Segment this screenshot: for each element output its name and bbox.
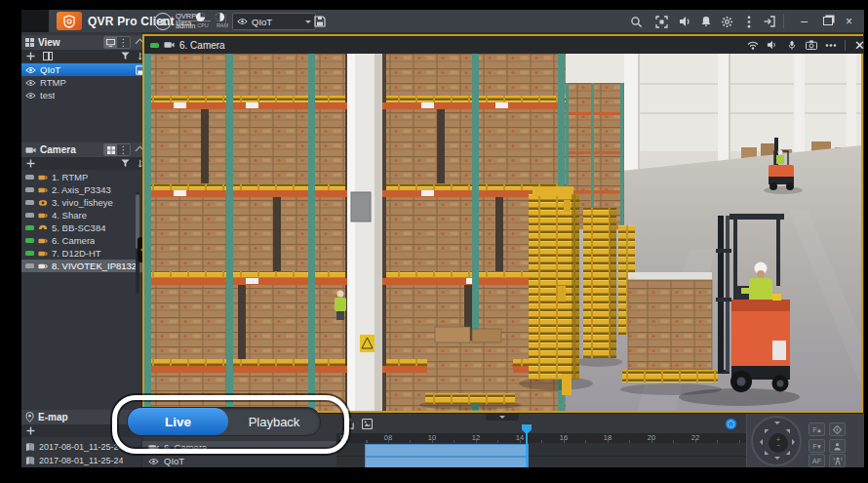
timeline[interactable]: 06 08 10 12 14 16 18 20 22 — [336, 414, 746, 467]
camera-view-title: 6. Camera — [179, 40, 740, 51]
camera-status-badge — [25, 263, 34, 268]
camera-item-2[interactable]: 2. Axis_P3343 — [21, 183, 149, 196]
camera-item-4[interactable]: 4. Share — [21, 209, 149, 221]
privacy-person-button[interactable] — [829, 439, 846, 453]
qnap-qvr-logo-icon — [57, 12, 82, 30]
live-tab[interactable]: Live — [128, 408, 228, 435]
camera-mode-segmented-control: ⋮ — [103, 143, 131, 156]
settings-button[interactable] — [719, 14, 734, 29]
pan-up-arrow[interactable] — [774, 422, 780, 427]
camera-item-5[interactable]: 5. BB-SC384 — [21, 221, 149, 234]
tick-label: 08 — [384, 433, 392, 442]
pan-down-right-arrow[interactable] — [786, 451, 794, 459]
camera-stream-warehouse — [144, 54, 861, 411]
view-item-rtmp[interactable]: RTMP — [21, 76, 149, 89]
titlebar-separator — [225, 14, 226, 28]
view-toolbar — [21, 50, 151, 62]
pan-down-left-arrow[interactable] — [761, 451, 769, 459]
camera-status-badge — [25, 213, 34, 218]
more-icon[interactable] — [823, 38, 838, 52]
microphone-icon[interactable] — [784, 38, 799, 52]
ptz-controls: +− F▴ F▾ AF — [746, 414, 864, 467]
view-more-button[interactable]: ⋮ — [117, 37, 130, 48]
add-emap-button[interactable] — [26, 426, 35, 435]
camera-view-header: 6. Camera ✕ — [144, 36, 864, 54]
search-button[interactable] — [628, 14, 644, 29]
view-display-mode-button[interactable] — [104, 37, 117, 48]
view-section-header[interactable]: View ⋮ — [21, 35, 149, 50]
cpu-pie-icon — [195, 12, 206, 22]
timeline-track-camera[interactable] — [336, 443, 746, 457]
camera-item-3[interactable]: 3. vivo_fisheye — [21, 196, 149, 209]
pan-right-arrow[interactable] — [792, 439, 798, 445]
cpu-meter[interactable]: CPU — [195, 12, 211, 31]
auto-focus-button[interactable]: AF — [809, 454, 825, 467]
ptz-joystick[interactable]: +− — [751, 416, 802, 466]
live-playback-toggle: Live Playback — [127, 407, 321, 436]
header-separator — [845, 40, 846, 51]
snapshot-icon[interactable] — [804, 38, 818, 52]
add-view-button[interactable] — [26, 52, 35, 60]
emap-item-2[interactable]: 2017-08-01_11-25-24 — [21, 454, 149, 466]
ram-meter[interactable]: RAM — [215, 12, 230, 31]
camera-grid-button[interactable] — [104, 144, 117, 155]
add-camera-button[interactable] — [26, 159, 35, 168]
stream-quality-icon[interactable] — [745, 38, 760, 52]
recording-segment[interactable] — [365, 457, 529, 467]
view-item-qiot[interactable]: QIoT — [21, 63, 149, 76]
snapshot-frame-icon[interactable] — [362, 419, 373, 429]
tick-label: 12 — [472, 433, 480, 442]
titlebar: QVR Pro Client Beta QVRPro admin CPU RAM… — [21, 10, 864, 32]
playback-tab[interactable]: Playback — [228, 408, 320, 435]
source-row-view[interactable]: QIoT — [142, 455, 348, 467]
alarm-button[interactable] — [698, 14, 714, 29]
camera-item-7[interactable]: 7. D12D-HT — [21, 247, 149, 260]
camera-status-badge — [25, 200, 34, 205]
auto-tracking-button[interactable] — [829, 454, 846, 467]
timeline-tracks[interactable] — [336, 443, 746, 467]
emap-item-1[interactable]: 2017-08-01_11-25-24 — [21, 440, 149, 453]
timeline-ruler[interactable]: 06 08 10 12 14 16 18 20 22 — [336, 433, 746, 443]
more-menu-button[interactable] — [741, 14, 757, 29]
sidebar: View ⋮ — [21, 32, 141, 467]
pan-down-arrow[interactable] — [774, 457, 780, 463]
tick-label: 20 — [648, 433, 655, 442]
filter-icon[interactable] — [121, 52, 130, 60]
map-pin-icon — [25, 412, 34, 423]
audio-icon[interactable] — [765, 38, 779, 52]
save-view-button[interactable] — [312, 14, 328, 29]
zoom-in-out-control[interactable]: +− — [769, 433, 788, 453]
camera-more-button[interactable]: ⋮ — [117, 144, 130, 155]
preset-button[interactable] — [829, 423, 846, 436]
minimize-button[interactable]: – — [796, 13, 812, 29]
camera-item-6[interactable]: 6. Camera — [21, 234, 149, 247]
restore-button[interactable] — [819, 13, 836, 29]
focus-near-button[interactable]: F▴ — [809, 423, 825, 436]
camera-status-badge — [25, 187, 34, 192]
pan-left-arrow[interactable] — [757, 439, 763, 445]
camera-view-panel[interactable]: 6. Camera ✕ — [142, 34, 863, 413]
dome-camera-icon — [38, 224, 48, 232]
filter-icon[interactable] — [121, 159, 130, 168]
fisheye-camera-icon — [38, 199, 48, 207]
camera-icon — [38, 250, 48, 258]
export-icon[interactable] — [343, 418, 355, 429]
timeline-sync-button[interactable] — [726, 419, 736, 429]
audio-button[interactable] — [677, 14, 692, 29]
close-view-icon[interactable]: ✕ — [852, 38, 864, 52]
camera-item-8-selected[interactable]: 8. VIVOTEK_IP8132 — [21, 260, 149, 272]
pan-up-right-arrow[interactable] — [786, 425, 794, 433]
user-avatar-icon[interactable] — [154, 13, 172, 30]
pan-up-left-arrow[interactable] — [761, 425, 769, 433]
camera-item-1[interactable]: 1. RTMP — [21, 171, 149, 183]
focus-far-button[interactable]: F▾ — [809, 439, 825, 453]
source-row-camera[interactable]: 6. Camera — [142, 441, 348, 454]
timeline-track-view[interactable] — [336, 456, 746, 467]
view-item-test[interactable]: test — [21, 89, 149, 101]
camera-section-header[interactable]: Camera ⋮ — [21, 142, 149, 157]
logout-button[interactable] — [761, 14, 776, 29]
fullscreen-button[interactable] — [653, 14, 669, 29]
layout-button[interactable] — [43, 52, 53, 60]
close-window-button[interactable]: × — [841, 13, 857, 29]
view-selector-dropdown[interactable]: QIoT — [232, 13, 316, 30]
